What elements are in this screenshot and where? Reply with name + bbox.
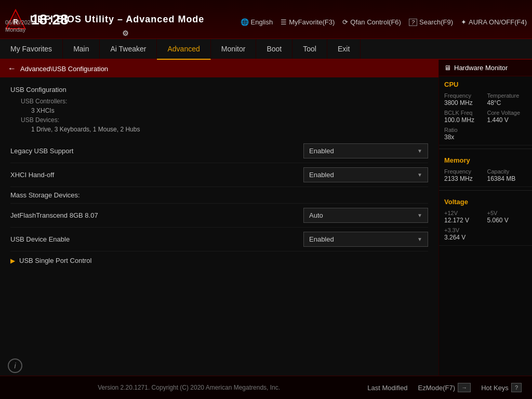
cpu-core-voltage-block: Core Voltage 1.440 V bbox=[487, 110, 527, 124]
memory-capacity-label: Capacity bbox=[487, 168, 527, 175]
mass-storage-row: Mass Storage Devices: bbox=[10, 187, 428, 204]
footer: Version 2.20.1271. Copyright (C) 2020 Am… bbox=[0, 376, 532, 399]
myfavorite-control[interactable]: ☰ MyFavorite(F3) bbox=[281, 18, 335, 26]
header: R UEFI BIOS Utility – Advanced Mode 06/0… bbox=[0, 0, 532, 39]
aura-control[interactable]: ✦ AURA ON/OFF(F4) bbox=[461, 18, 527, 26]
qfan-control[interactable]: ⟳ Qfan Control(F6) bbox=[342, 18, 401, 26]
cpu-frequency-block: Frequency 3800 MHz bbox=[444, 92, 484, 107]
nav-item-monitor[interactable]: Monitor bbox=[211, 39, 257, 59]
nav-item-boot[interactable]: Boot bbox=[256, 39, 292, 59]
cpu-bclk-block: BCLK Freq 100.0 MHz bbox=[444, 110, 484, 124]
legacy-usb-support-row: Legacy USB Support Enabled ▼ bbox=[10, 139, 428, 163]
cpu-frequency-value: 3800 MHz bbox=[444, 99, 484, 107]
xhci-handoff-row: XHCI Hand-off Enabled ▼ bbox=[10, 163, 428, 187]
hot-keys-button[interactable]: Hot Keys ? bbox=[481, 383, 522, 392]
header-controls: 🌐 English ☰ MyFavorite(F3) ⟳ Qfan Contro… bbox=[241, 18, 527, 26]
v5-value: 5.060 V bbox=[487, 217, 527, 224]
search-control[interactable]: ? Search(F9) bbox=[409, 18, 453, 26]
day-display: Monday bbox=[5, 26, 34, 33]
nav-item-ai-tweaker[interactable]: Ai Tweaker bbox=[100, 39, 157, 59]
cpu-temperature-label: Temperature bbox=[487, 92, 527, 99]
usb-device-enable-dropdown[interactable]: Enabled ▼ bbox=[303, 232, 428, 247]
myfavorite-icon: ☰ bbox=[281, 18, 287, 26]
cpu-ratio-block: Ratio 38x bbox=[444, 127, 527, 141]
nav-item-exit[interactable]: Exit bbox=[327, 39, 361, 59]
nav-item-my-favorites[interactable]: My Favorites bbox=[0, 39, 63, 59]
v33-label: +3.3V bbox=[444, 227, 527, 233]
legacy-usb-support-dropdown[interactable]: Enabled ▼ bbox=[303, 143, 428, 158]
cpu-ratio-value: 38x bbox=[444, 134, 527, 141]
nav-bar: My Favorites Main Ai Tweaker Advanced Mo… bbox=[0, 39, 532, 60]
copyright-text: Version 2.20.1271. Copyright (C) 2020 Am… bbox=[10, 384, 367, 391]
cpu-frequency-label: Frequency bbox=[444, 92, 484, 99]
memory-capacity-block: Capacity 16384 MB bbox=[487, 168, 527, 182]
memory-section: Memory Frequency 2133 MHz Capacity 16384… bbox=[439, 152, 532, 187]
cpu-core-voltage-value: 1.440 V bbox=[487, 116, 527, 124]
usb-single-port-row[interactable]: ▶ USB Single Port Control bbox=[10, 251, 428, 270]
breadcrumb: ← Advanced\USB Configuration bbox=[0, 60, 438, 77]
hw-monitor-title: 🖥 Hardware Monitor bbox=[439, 60, 532, 76]
cpu-bclk-label: BCLK Freq bbox=[444, 110, 484, 116]
last-modified-button[interactable]: Last Modified bbox=[367, 384, 407, 392]
memory-frequency-block: Frequency 2133 MHz bbox=[444, 168, 484, 182]
right-panel: 🖥 Hardware Monitor CPU Frequency 3800 MH… bbox=[438, 60, 532, 376]
info-icon[interactable]: i bbox=[8, 358, 22, 373]
memory-frequency-value: 2133 MHz bbox=[444, 175, 484, 182]
voltage-title: Voltage bbox=[444, 198, 527, 206]
usb-devices-label: USB Devices: bbox=[10, 115, 428, 125]
ez-mode-label: EzMode(F7) bbox=[418, 384, 456, 392]
xhci-handoff-dropdown[interactable]: Enabled ▼ bbox=[303, 167, 428, 182]
nav-item-main[interactable]: Main bbox=[63, 39, 100, 59]
cpu-grid: Frequency 3800 MHz Temperature 48°C BCLK… bbox=[444, 92, 527, 124]
cpu-ratio-label: Ratio bbox=[444, 127, 527, 133]
nav-item-tool[interactable]: Tool bbox=[292, 39, 327, 59]
monitor-icon: 🖥 bbox=[444, 64, 451, 72]
memory-capacity-value: 16384 MB bbox=[487, 175, 527, 182]
footer-actions: Last Modified EzMode(F7) → Hot Keys ? bbox=[367, 383, 522, 392]
aura-icon: ✦ bbox=[461, 18, 467, 26]
memory-frequency-label: Frequency bbox=[444, 168, 484, 175]
cpu-section: CPU Frequency 3800 MHz Temperature 48°C … bbox=[439, 76, 532, 145]
hot-keys-label: Hot Keys bbox=[481, 384, 509, 392]
usb-controllers-label: USB Controllers: bbox=[10, 97, 428, 106]
main-content: ← Advanced\USB Configuration USB Configu… bbox=[0, 60, 532, 376]
voltage-grid: +12V 12.172 V +5V 5.060 V bbox=[444, 210, 527, 224]
dropdown-arrow-icon-2: ▼ bbox=[417, 172, 422, 178]
cpu-temperature-block: Temperature 48°C bbox=[487, 92, 527, 107]
usb-single-port-label: USB Single Port Control bbox=[19, 257, 91, 264]
dropdown-arrow-icon-3: ▼ bbox=[417, 212, 422, 218]
cpu-title: CPU bbox=[444, 81, 527, 88]
language-icon: 🌐 bbox=[241, 18, 249, 26]
hw-divider-1 bbox=[439, 149, 532, 149]
ez-mode-button[interactable]: EzMode(F7) → bbox=[418, 383, 471, 392]
v12-value: 12.172 V bbox=[444, 217, 484, 224]
qfan-icon: ⟳ bbox=[342, 18, 348, 26]
jetflash-label: JetFlashTranscend 8GB 8.07 bbox=[10, 211, 98, 219]
date-block: 06/08/2020 Monday bbox=[5, 19, 34, 34]
settings-gear-icon[interactable]: ⚙ bbox=[122, 29, 129, 37]
mass-storage-label: Mass Storage Devices: bbox=[10, 191, 80, 199]
cpu-temperature-value: 48°C bbox=[487, 99, 527, 107]
nav-item-advanced[interactable]: Advanced bbox=[157, 39, 210, 60]
xhci-handoff-label: XHCI Hand-off bbox=[10, 171, 54, 179]
hw-divider-2 bbox=[439, 190, 532, 191]
dropdown-arrow-icon: ▼ bbox=[417, 148, 422, 154]
ez-mode-icon: → bbox=[458, 383, 471, 392]
usb-device-enable-label: USB Device Enable bbox=[10, 235, 70, 243]
left-panel: ← Advanced\USB Configuration USB Configu… bbox=[0, 60, 438, 376]
jetflash-dropdown[interactable]: Auto ▼ bbox=[303, 208, 428, 223]
breadcrumb-path: Advanced\USB Configuration bbox=[20, 65, 108, 73]
content-area: USB Configuration USB Controllers: 3 XHC… bbox=[0, 77, 438, 275]
expand-arrow-icon: ▶ bbox=[10, 257, 15, 264]
cpu-core-voltage-label: Core Voltage bbox=[487, 110, 527, 116]
search-icon: ? bbox=[409, 19, 417, 26]
back-arrow-icon[interactable]: ← bbox=[8, 64, 16, 73]
v12-label: +12V bbox=[444, 210, 484, 216]
usb-controllers-value: 3 XHCIs bbox=[10, 106, 428, 115]
v33-block: +3.3V 3.264 V bbox=[444, 227, 527, 241]
dropdown-arrow-icon-4: ▼ bbox=[417, 236, 422, 242]
jetflash-row: JetFlashTranscend 8GB 8.07 Auto ▼ bbox=[10, 204, 428, 228]
v5-block: +5V 5.060 V bbox=[487, 210, 527, 224]
language-control[interactable]: 🌐 English bbox=[241, 18, 273, 26]
v5-label: +5V bbox=[487, 210, 527, 216]
